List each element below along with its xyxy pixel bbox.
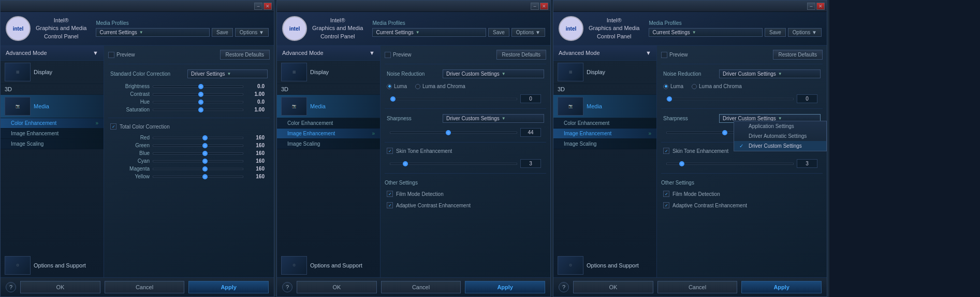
close-button-3[interactable]: ✕ [816, 3, 825, 10]
luma-radio-2[interactable]: Luma [387, 83, 407, 89]
cancel-button-3[interactable]: Cancel [657, 281, 738, 293]
noise-select-2[interactable]: Driver Custom Settings ▼ [443, 69, 544, 78]
noise-select-3[interactable]: Driver Custom Settings ▼ [719, 69, 821, 78]
skin-tone-slider-2[interactable] [390, 163, 517, 165]
red-slider-1[interactable] [153, 137, 243, 139]
ok-button-1[interactable]: OK [20, 281, 100, 293]
minimize-button-2[interactable]: – [531, 3, 539, 10]
contrast-thumb-1[interactable] [198, 92, 203, 97]
contrast-slider-1[interactable] [153, 93, 243, 95]
preview-check-box-2[interactable] [385, 52, 391, 58]
yellow-slider-1[interactable] [153, 176, 243, 178]
help-button-3[interactable]: ? [559, 282, 569, 292]
green-thumb-1[interactable] [202, 143, 208, 148]
skin-tone-checkbox-3[interactable] [663, 148, 669, 154]
saturation-thumb-1[interactable] [198, 107, 203, 112]
sidebar-item-display-1[interactable]: ▦ Display [1, 61, 104, 84]
sidebar-item-options-2[interactable]: ⚙ Options and Support [277, 254, 380, 277]
sidebar-sub-scaling-2[interactable]: Image Scaling [277, 139, 380, 149]
dropdown-item-auto-3[interactable]: Driver Automatic Settings [734, 131, 826, 141]
preview-check-box-1[interactable] [108, 52, 114, 58]
sidebar-item-display-2[interactable]: ▦ Display [277, 61, 380, 84]
sidebar-item-media-2[interactable]: 📷 Media [277, 95, 380, 118]
sidebar-item-3d-3[interactable]: 3D [553, 84, 656, 95]
options-button-2[interactable]: Options ▼ [511, 28, 545, 37]
skin-tone-thumb-2[interactable] [403, 161, 408, 166]
cyan-slider-1[interactable] [153, 160, 243, 162]
apply-button-2[interactable]: Apply [465, 281, 545, 293]
saturation-slider-1[interactable] [153, 109, 243, 111]
current-settings-select-1[interactable]: Current Settings ▼ [96, 28, 210, 37]
restore-defaults-button-3[interactable]: Restore Defaults [773, 50, 823, 60]
sharpness-select-2[interactable]: Driver Custom Settings ▼ [443, 114, 544, 123]
apply-button-1[interactable]: Apply [188, 281, 269, 293]
cyan-thumb-1[interactable] [202, 159, 208, 164]
luma-dot-3[interactable] [663, 84, 668, 89]
sidebar-sub-image-2[interactable]: Image Enhancement » [277, 129, 380, 139]
yellow-thumb-1[interactable] [202, 174, 208, 179]
brightness-thumb-1[interactable] [198, 84, 203, 89]
std-color-select-1[interactable]: Driver Settings ▼ [187, 69, 268, 78]
sidebar-sub-image-1[interactable]: Image Enhancement [1, 129, 104, 139]
noise-thumb-2[interactable] [390, 96, 396, 102]
sidebar-item-3d-2[interactable]: 3D [277, 84, 380, 95]
sidebar-item-options-1[interactable]: ⚙ Options and Support [1, 254, 104, 277]
total-color-checkbox-1[interactable] [110, 123, 116, 130]
sidebar-sub-scaling-3[interactable]: Image Scaling [553, 139, 656, 149]
save-button-2[interactable]: Save [488, 28, 509, 37]
cancel-button-1[interactable]: Cancel [105, 281, 185, 293]
minimize-button-1[interactable]: – [254, 3, 262, 10]
preview-check-box-3[interactable] [661, 52, 667, 58]
magenta-thumb-1[interactable] [202, 166, 208, 172]
help-button-2[interactable]: ? [282, 282, 292, 292]
close-button-2[interactable]: ✕ [540, 3, 548, 10]
close-button-1[interactable]: ✕ [264, 3, 272, 10]
magenta-slider-1[interactable] [153, 168, 243, 170]
noise-slider-3[interactable] [666, 98, 794, 100]
restore-defaults-button-1[interactable]: Restore Defaults [220, 50, 270, 60]
save-button-3[interactable]: Save [765, 28, 786, 37]
luma-chroma-radio-3[interactable]: Luma and Chroma [692, 83, 742, 89]
sidebar-sub-color-3[interactable]: Color Enhancement [553, 118, 656, 129]
sidebar-sub-scaling-1[interactable]: Image Scaling [1, 139, 104, 149]
sharpness-thumb-2[interactable] [446, 130, 451, 135]
film-mode-checkbox-2[interactable] [387, 191, 393, 197]
minimize-button-3[interactable]: – [807, 3, 815, 10]
sidebar-item-options-3[interactable]: ⚙ Options and Support [553, 254, 656, 277]
brightness-slider-1[interactable] [153, 86, 243, 88]
ok-button-3[interactable]: OK [573, 281, 653, 293]
preview-checkbox-2[interactable]: Preview [385, 52, 412, 58]
sidebar-mode-2[interactable]: Advanced Mode ▼ [277, 46, 380, 61]
noise-thumb-3[interactable] [667, 96, 672, 102]
adaptive-checkbox-3[interactable] [663, 202, 669, 208]
sidebar-item-media-3[interactable]: 📷 Media [553, 95, 656, 118]
dropdown-item-app-3[interactable]: Application Settings [734, 121, 826, 131]
current-settings-select-2[interactable]: Current Settings ▼ [372, 28, 486, 37]
skin-tone-checkbox-2[interactable] [387, 148, 393, 154]
red-thumb-1[interactable] [202, 135, 208, 140]
sidebar-item-display-3[interactable]: ▦ Display [553, 61, 656, 84]
sidebar-sub-color-2[interactable]: Color Enhancement [277, 118, 380, 129]
noise-slider-2[interactable] [390, 98, 517, 100]
cancel-button-2[interactable]: Cancel [381, 281, 461, 293]
adaptive-checkbox-2[interactable] [387, 202, 393, 208]
dropdown-item-custom-3[interactable]: ✓ Driver Custom Settings [734, 141, 826, 151]
preview-checkbox-1[interactable]: Preview [108, 52, 135, 58]
green-slider-1[interactable] [153, 145, 243, 147]
sharpness-slider-2[interactable] [390, 132, 517, 134]
hue-thumb-1[interactable] [198, 100, 203, 105]
film-mode-checkbox-3[interactable] [663, 191, 669, 197]
hue-slider-1[interactable] [153, 101, 243, 103]
luma-radio-3[interactable]: Luma [663, 83, 683, 89]
blue-slider-1[interactable] [153, 152, 243, 154]
luma-chroma-dot-2[interactable] [415, 84, 420, 89]
sidebar-item-media-1[interactable]: 📷 Media [1, 95, 104, 118]
luma-chroma-radio-2[interactable]: Luma and Chroma [415, 83, 465, 89]
sharpness-thumb-3[interactable] [722, 130, 727, 135]
sidebar-mode-1[interactable]: Advanced Mode ▼ [1, 46, 104, 61]
options-button-1[interactable]: Options ▼ [235, 28, 269, 37]
sidebar-sub-image-3[interactable]: Image Enhancement » [553, 129, 656, 139]
blue-thumb-1[interactable] [202, 151, 208, 156]
preview-checkbox-3[interactable]: Preview [661, 52, 688, 58]
options-button-3[interactable]: Options ▼ [788, 28, 822, 37]
